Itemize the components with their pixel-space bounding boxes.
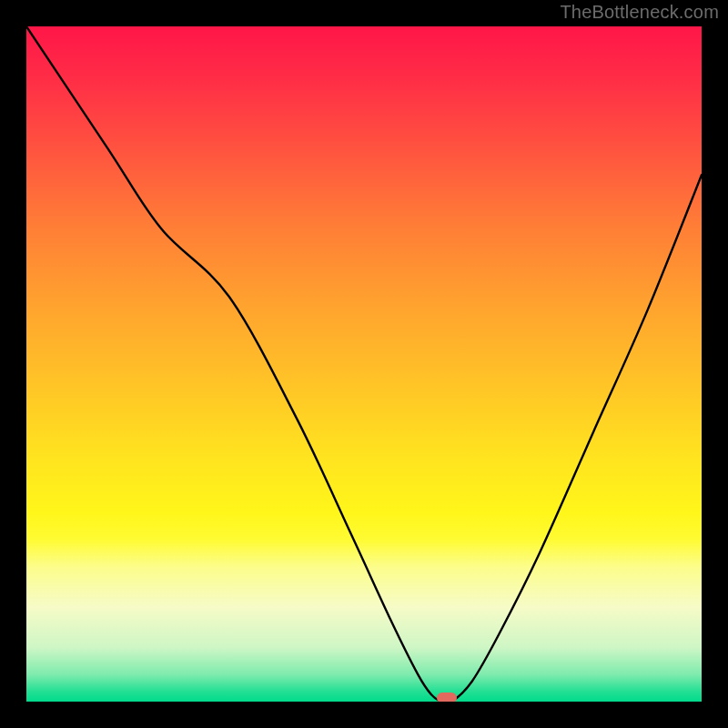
chart-container: TheBottleneck.com	[0, 0, 728, 728]
curve-path	[26, 26, 702, 702]
optimal-marker	[437, 693, 457, 702]
attribution-text: TheBottleneck.com	[560, 2, 719, 23]
plot-area	[26, 26, 702, 702]
bottleneck-curve	[26, 26, 702, 702]
